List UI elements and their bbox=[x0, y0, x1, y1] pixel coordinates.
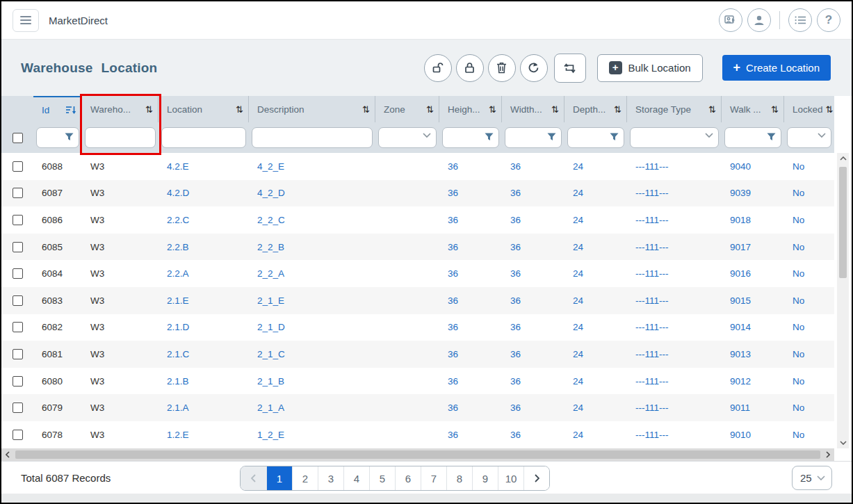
link-description[interactable]: 4_2_E bbox=[257, 161, 284, 172]
link-description[interactable]: 2_1_D bbox=[257, 322, 285, 332]
pagination-page-5[interactable]: 5 bbox=[369, 466, 395, 490]
link-description[interactable]: 2_1_A bbox=[257, 403, 284, 413]
column-header-zone[interactable]: Zone⇅ bbox=[375, 96, 439, 122]
link-description[interactable]: 2_2_A bbox=[257, 268, 284, 279]
vertical-scrollbar[interactable] bbox=[837, 153, 849, 448]
user-profile-button[interactable] bbox=[747, 8, 771, 32]
row-checkbox[interactable] bbox=[13, 376, 23, 387]
row-checkbox[interactable] bbox=[13, 295, 23, 306]
filter-input-warehouse[interactable] bbox=[86, 128, 155, 147]
row-checkbox[interactable] bbox=[13, 215, 23, 225]
column-header-warehouse[interactable]: Wareho...⇅ bbox=[82, 96, 159, 122]
row-checkbox[interactable] bbox=[13, 349, 23, 359]
column-header-walk[interactable]: Walk ...⇅ bbox=[722, 96, 784, 122]
column-header-description[interactable]: Description⇅ bbox=[249, 96, 375, 122]
column-header-width[interactable]: Width...⇅ bbox=[502, 96, 564, 122]
link-location[interactable]: 1.2.E bbox=[167, 430, 189, 440]
pagination-page-9[interactable]: 9 bbox=[472, 466, 498, 490]
sort-icon[interactable]: ⇅ bbox=[362, 104, 370, 115]
pagination-page-2[interactable]: 2 bbox=[292, 466, 318, 490]
sort-icon[interactable]: ⇅ bbox=[826, 104, 834, 115]
link-location[interactable]: 2.2.C bbox=[167, 215, 189, 225]
vertical-scroll-thumb[interactable] bbox=[839, 167, 847, 278]
link-location[interactable]: 2.2.B bbox=[167, 242, 189, 252]
unlock-button[interactable] bbox=[424, 54, 452, 82]
help-button[interactable]: ? bbox=[817, 8, 840, 32]
list-menu-button[interactable] bbox=[788, 8, 812, 32]
horizontal-scrollbar[interactable] bbox=[1, 448, 834, 461]
horizontal-scroll-thumb[interactable] bbox=[15, 450, 820, 459]
pagination-page-1[interactable]: 1 bbox=[266, 466, 292, 490]
filter-funnel-icon[interactable] bbox=[65, 133, 74, 141]
column-header-storage_type[interactable]: Storage Type⇅ bbox=[627, 96, 722, 122]
pagination-page-4[interactable]: 4 bbox=[343, 466, 369, 490]
scroll-down-arrow-icon[interactable] bbox=[837, 437, 849, 448]
scroll-up-arrow-icon[interactable] bbox=[837, 153, 849, 164]
link-location[interactable]: 2.1.B bbox=[167, 376, 189, 387]
pagination-page-8[interactable]: 8 bbox=[446, 466, 472, 490]
filter-funnel-icon[interactable] bbox=[547, 133, 556, 141]
sort-icon[interactable]: ⇅ bbox=[489, 104, 496, 115]
filter-select-locked[interactable] bbox=[787, 127, 831, 148]
row-checkbox[interactable] bbox=[13, 403, 23, 413]
link-location[interactable]: 2.1.A bbox=[167, 403, 189, 413]
sort-icon[interactable]: ⇅ bbox=[614, 104, 622, 115]
pagination-page-6[interactable]: 6 bbox=[395, 466, 421, 490]
lock-button[interactable] bbox=[456, 54, 484, 82]
transfer-button[interactable] bbox=[554, 54, 586, 83]
pagination-page-7[interactable]: 7 bbox=[421, 466, 446, 490]
user-switch-button[interactable] bbox=[719, 8, 742, 32]
row-checkbox[interactable] bbox=[13, 188, 23, 198]
filter-input-location[interactable] bbox=[162, 128, 245, 147]
filter-select-zone[interactable] bbox=[378, 127, 437, 148]
link-description[interactable]: 1_2_E bbox=[257, 430, 284, 440]
pagination-prev-button[interactable] bbox=[241, 466, 266, 490]
sort-desc-icon[interactable] bbox=[66, 106, 76, 115]
chevron-down-icon[interactable] bbox=[818, 133, 826, 138]
delete-button[interactable] bbox=[488, 54, 516, 82]
sort-icon[interactable]: ⇅ bbox=[708, 104, 716, 115]
column-header-id[interactable]: Id bbox=[33, 96, 82, 122]
link-location[interactable]: 4.2.E bbox=[167, 161, 189, 172]
page-size-select[interactable]: 25 bbox=[792, 466, 832, 490]
pagination-page-3[interactable]: 3 bbox=[318, 466, 343, 490]
link-description[interactable]: 2_2_C bbox=[257, 215, 285, 225]
sort-icon[interactable]: ⇅ bbox=[551, 104, 559, 115]
create-location-button[interactable]: + Create Location bbox=[722, 55, 831, 81]
link-description[interactable]: 2_2_B bbox=[257, 242, 284, 252]
chevron-down-icon[interactable] bbox=[705, 133, 713, 138]
row-checkbox[interactable] bbox=[13, 322, 23, 332]
scroll-right-arrow-icon[interactable] bbox=[822, 448, 834, 461]
link-description[interactable]: 2_1_C bbox=[257, 349, 285, 359]
link-location[interactable]: 4.2.D bbox=[167, 188, 189, 198]
column-header-location[interactable]: Location⇅ bbox=[159, 96, 249, 122]
pagination-page-10[interactable]: 10 bbox=[498, 466, 523, 490]
filter-funnel-icon[interactable] bbox=[485, 133, 494, 141]
filter-funnel-icon[interactable] bbox=[610, 133, 619, 141]
row-checkbox[interactable] bbox=[13, 430, 23, 440]
link-location[interactable]: 2.1.D bbox=[167, 322, 189, 332]
chevron-down-icon[interactable] bbox=[423, 133, 431, 138]
row-checkbox[interactable] bbox=[13, 161, 23, 172]
row-checkbox[interactable] bbox=[13, 242, 23, 252]
link-location[interactable]: 2.1.C bbox=[167, 349, 189, 359]
column-header-locked[interactable]: Locked⇅ bbox=[784, 96, 834, 122]
select-all-checkbox[interactable] bbox=[13, 133, 23, 143]
sort-icon[interactable]: ⇅ bbox=[771, 104, 779, 115]
column-header-height[interactable]: Heigh...⇅ bbox=[439, 96, 502, 122]
bulk-location-button[interactable]: + Bulk Location bbox=[597, 54, 703, 82]
link-description[interactable]: 2_1_E bbox=[257, 295, 284, 306]
link-description[interactable]: 2_1_B bbox=[257, 376, 284, 387]
column-header-depth[interactable]: Depth...⇅ bbox=[564, 96, 627, 122]
refresh-button[interactable] bbox=[520, 54, 548, 82]
link-location[interactable]: 2.1.E bbox=[167, 295, 189, 306]
filter-funnel-icon[interactable] bbox=[767, 133, 776, 141]
row-checkbox[interactable] bbox=[13, 268, 23, 279]
filter-select-storage_type[interactable] bbox=[630, 127, 719, 148]
hamburger-menu-button[interactable] bbox=[13, 9, 39, 32]
pagination-next-button[interactable] bbox=[523, 466, 549, 490]
sort-icon[interactable]: ⇅ bbox=[145, 104, 153, 115]
sort-icon[interactable]: ⇅ bbox=[426, 104, 434, 115]
link-description[interactable]: 4_2_D bbox=[257, 188, 285, 198]
link-location[interactable]: 2.2.A bbox=[167, 268, 189, 279]
